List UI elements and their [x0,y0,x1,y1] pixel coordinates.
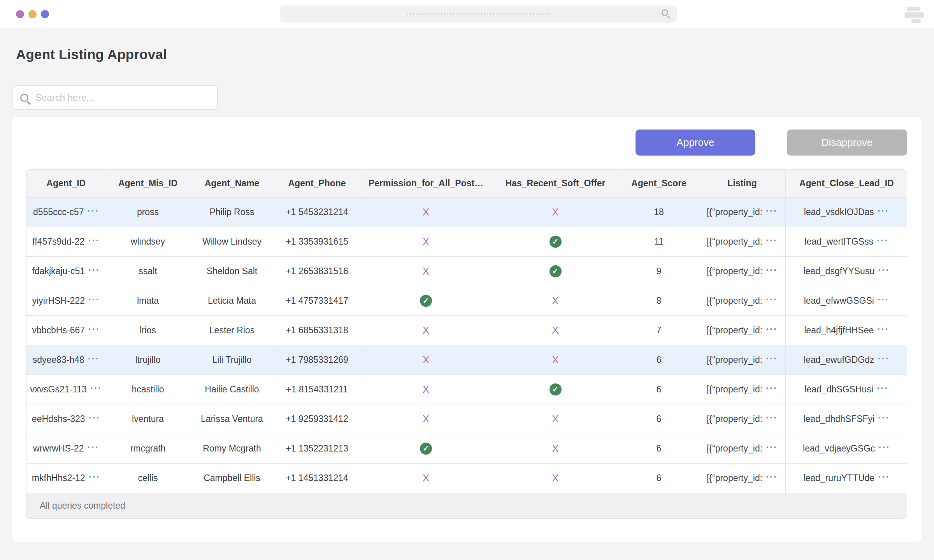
more-ellipsis-icon[interactable]: ··· [877,324,889,334]
more-ellipsis-icon[interactable]: ··· [88,235,100,245]
search-field[interactable] [12,85,218,110]
cell-text: +1 5453231214 [286,207,348,217]
x-mark-icon: X [423,236,429,247]
cell-permission_for_all_post: X [360,256,492,286]
window-menu-icon[interactable] [904,7,924,22]
cell-agent_mis_id: lventura [106,404,190,434]
window-control-dot-2[interactable] [28,10,37,18]
more-ellipsis-icon[interactable]: ··· [766,442,778,452]
cell-text: fdakjkaju-c51 [32,266,85,276]
cell-text: +1 6856331318 [286,325,348,335]
cell-agent_name: Philip Ross [190,197,274,227]
table-row[interactable]: mkfhHhs2-12···cellisCampbell Ellis+1 145… [26,463,907,493]
cell-agent_phone: +1 2653831516 [274,256,360,286]
more-ellipsis-icon[interactable]: ··· [88,294,100,304]
cell-text: [{“property_id: [707,355,762,365]
cell-text: lead_efwwGSGSi [804,296,874,306]
cell-agent_phone: +1 1352231213 [274,434,360,463]
table-row[interactable]: yiyirHSH-222···lmataLeticia Mata+1 47573… [26,286,907,315]
window-control-dot-3[interactable] [41,10,49,18]
agents-table-container: Agent_IDAgent_Mis_IDAgent_NameAgent_Phon… [26,169,907,519]
cell-agent_mis_id: wlindsey [106,227,190,256]
more-ellipsis-icon[interactable]: ··· [88,324,100,334]
disapprove-button[interactable]: Disapprove [787,130,907,156]
more-ellipsis-icon[interactable]: ··· [766,383,778,393]
more-ellipsis-icon[interactable]: ··· [87,442,99,452]
more-ellipsis-icon[interactable]: ··· [766,205,778,216]
cell-agent_close_lead_id: lead_dsgfYYSusu··· [785,256,907,286]
window-control-dot-1[interactable] [16,10,24,18]
cell-text: ssalt [139,266,157,276]
more-ellipsis-icon[interactable]: ··· [877,383,888,393]
table-row[interactable]: fdakjkaju-c51···ssaltSheldon Salt+1 2653… [26,256,907,286]
more-ellipsis-icon[interactable]: ··· [766,294,778,304]
more-ellipsis-icon[interactable]: ··· [766,412,778,423]
table-row[interactable]: wrwrwHS-22···rmcgrathRomy Mcgrath+1 1352… [26,434,907,463]
more-ellipsis-icon[interactable]: ··· [766,324,778,334]
column-header-has_recent_soft_offer[interactable]: Has_Recent_Soft_Offer [492,170,619,197]
more-ellipsis-icon[interactable]: ··· [766,353,778,364]
cell-text: +1 8154331211 [286,384,348,394]
more-ellipsis-icon[interactable]: ··· [88,264,100,275]
more-ellipsis-icon[interactable]: ··· [878,205,889,216]
column-header-listing[interactable]: Listing [699,170,785,197]
cell-listing: [{“property_id:··· [699,345,785,374]
cell-text: 18 [654,207,664,217]
table-row[interactable]: d555ccc-c57···prossPhilip Ross+1 5453231… [26,197,907,227]
cell-has_recent_soft_offer: X [492,434,619,463]
column-header-agent_name[interactable]: Agent_Name [190,170,274,197]
more-ellipsis-icon[interactable]: ··· [766,471,778,482]
x-mark-icon: X [552,295,558,306]
column-header-agent_phone[interactable]: Agent_Phone [274,170,360,197]
cell-has_recent_soft_offer: X [492,315,619,345]
approve-button[interactable]: Approve [636,130,755,156]
cell-permission_for_all_post: X [360,197,492,227]
column-header-agent_score[interactable]: Agent_Score [619,170,699,197]
x-mark-icon: X [423,472,429,484]
table-row[interactable]: vbbcbHs-667···lriosLester Rios+1 6856331… [26,315,907,345]
cell-text: wrwrwHS-22 [33,443,84,453]
more-ellipsis-icon[interactable]: ··· [878,471,890,482]
more-ellipsis-icon[interactable]: ··· [766,235,778,245]
check-icon: ✓ [550,383,562,396]
cell-agent_name: Sheldon Salt [190,256,274,286]
cell-text: Campbell Ellis [204,473,260,483]
browser-address-bar[interactable] [280,5,677,23]
column-header-permission_for_all_post[interactable]: Permission_for_All_Post… [360,170,492,197]
cell-agent_score: 8 [619,286,699,315]
cell-text: +1 2653831516 [286,266,348,276]
cell-agent_id: sdyee83-h48··· [26,345,106,374]
x-mark-icon: X [423,265,429,277]
more-ellipsis-icon[interactable]: ··· [878,353,890,364]
column-header-agent_id[interactable]: Agent_ID [26,170,106,197]
cell-agent_score: 7 [619,315,699,345]
cell-agent_score: 6 [619,374,699,404]
cell-agent_phone: +1 5453231214 [274,197,360,227]
x-mark-icon: X [423,354,429,366]
more-ellipsis-icon[interactable]: ··· [878,412,890,423]
cell-text: +1 1451331214 [286,473,348,483]
cell-agent_score: 6 [619,463,699,493]
search-input[interactable] [35,92,210,103]
cell-permission_for_all_post: X [360,404,492,434]
table-row[interactable]: eeHdshs-323···lventuraLarissa Ventura+1 … [26,404,907,434]
more-ellipsis-icon[interactable]: ··· [877,235,888,245]
more-ellipsis-icon[interactable]: ··· [87,205,99,216]
more-ellipsis-icon[interactable]: ··· [89,471,100,482]
more-ellipsis-icon[interactable]: ··· [90,383,102,393]
column-header-agent_mis_id[interactable]: Agent_Mis_ID [106,170,190,197]
column-header-agent_close_lead_id[interactable]: Agent_Close_Lead_ID [785,170,907,197]
more-ellipsis-icon[interactable]: ··· [88,353,100,364]
table-row[interactable]: ff457s9dd-22···wlindseyWillow Lindsey+1 … [26,227,907,256]
table-row[interactable]: vxvsGs21-113···hcastilloHailie Castillo+… [26,374,907,404]
table-row[interactable]: sdyee83-h48···ltrujilloLili Trujillo+1 7… [26,345,907,374]
check-icon: ✓ [550,265,562,277]
x-mark-icon: X [552,354,558,366]
more-ellipsis-icon[interactable]: ··· [766,264,778,275]
more-ellipsis-icon[interactable]: ··· [878,264,890,275]
more-ellipsis-icon[interactable]: ··· [89,412,100,423]
more-ellipsis-icon[interactable]: ··· [878,442,890,452]
cell-text: 9 [657,266,662,276]
cell-text: +1 3353931615 [286,236,348,247]
more-ellipsis-icon[interactable]: ··· [878,294,889,304]
